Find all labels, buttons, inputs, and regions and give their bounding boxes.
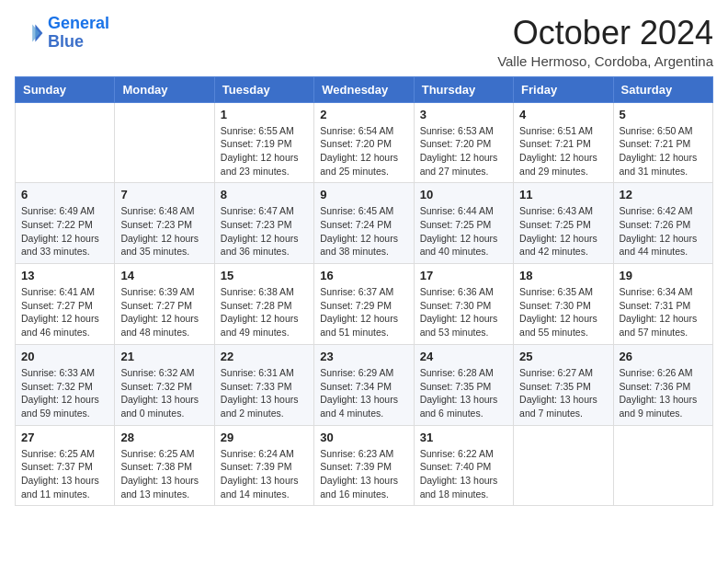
calendar-cell: 10Sunrise: 6:44 AMSunset: 7:25 PMDayligh… — [414, 183, 513, 264]
day-info: Sunrise: 6:41 AMSunset: 7:27 PMDaylight:… — [21, 285, 108, 339]
weekday-header-wednesday: Wednesday — [314, 76, 414, 102]
month-title: October 2024 — [497, 15, 713, 52]
day-number: 31 — [420, 431, 507, 444]
day-info: Sunrise: 6:36 AMSunset: 7:30 PMDaylight:… — [420, 285, 507, 339]
day-info: Sunrise: 6:49 AMSunset: 7:22 PMDaylight:… — [21, 204, 108, 259]
calendar-week-5: 27Sunrise: 6:25 AMSunset: 7:37 PMDayligh… — [16, 425, 713, 506]
calendar-cell: 16Sunrise: 6:37 AMSunset: 7:29 PMDayligh… — [314, 264, 414, 345]
calendar-cell: 23Sunrise: 6:29 AMSunset: 7:34 PMDayligh… — [314, 344, 414, 425]
day-number: 5 — [620, 108, 707, 121]
title-block: October 2024 Valle Hermoso, Cordoba, Arg… — [497, 15, 713, 69]
weekday-header-sunday: Sunday — [16, 76, 115, 102]
calendar-cell — [613, 425, 712, 506]
calendar-cell: 4Sunrise: 6:51 AMSunset: 7:21 PMDaylight… — [514, 102, 613, 183]
calendar-table: SundayMondayTuesdayWednesdayThursdayFrid… — [15, 76, 713, 507]
day-number: 21 — [120, 350, 208, 363]
day-number: 12 — [620, 188, 707, 201]
day-number: 1 — [221, 108, 308, 121]
day-number: 9 — [320, 188, 407, 201]
day-info: Sunrise: 6:24 AMSunset: 7:39 PMDaylight:… — [221, 447, 308, 501]
calendar-cell: 26Sunrise: 6:26 AMSunset: 7:36 PMDayligh… — [613, 344, 712, 425]
day-info: Sunrise: 6:51 AMSunset: 7:21 PMDaylight:… — [519, 124, 607, 178]
day-number: 17 — [420, 269, 507, 282]
calendar-cell: 18Sunrise: 6:35 AMSunset: 7:30 PMDayligh… — [514, 264, 613, 345]
day-number: 7 — [120, 188, 208, 201]
calendar-cell: 22Sunrise: 6:31 AMSunset: 7:33 PMDayligh… — [214, 344, 313, 425]
page-header: General Blue October 2024 Valle Hermoso,… — [15, 15, 713, 69]
logo-icon — [15, 18, 44, 48]
calendar-cell: 30Sunrise: 6:23 AMSunset: 7:39 PMDayligh… — [314, 425, 414, 506]
day-info: Sunrise: 6:22 AMSunset: 7:40 PMDaylight:… — [420, 447, 507, 501]
calendar-cell: 20Sunrise: 6:33 AMSunset: 7:32 PMDayligh… — [16, 344, 115, 425]
day-number: 25 — [519, 350, 607, 363]
calendar-cell — [16, 102, 115, 183]
day-number: 2 — [320, 108, 407, 121]
day-info: Sunrise: 6:25 AMSunset: 7:37 PMDaylight:… — [21, 447, 108, 501]
day-number: 30 — [320, 431, 407, 444]
day-info: Sunrise: 6:32 AMSunset: 7:32 PMDaylight:… — [120, 366, 208, 420]
day-number: 16 — [320, 269, 407, 282]
calendar-cell: 29Sunrise: 6:24 AMSunset: 7:39 PMDayligh… — [214, 425, 313, 506]
day-number: 18 — [519, 269, 607, 282]
logo-line2: Blue — [48, 33, 109, 52]
day-number: 24 — [420, 350, 507, 363]
weekday-header-thursday: Thursday — [414, 76, 513, 102]
day-number: 3 — [420, 108, 507, 121]
calendar-cell: 14Sunrise: 6:39 AMSunset: 7:27 PMDayligh… — [115, 264, 214, 345]
calendar-cell: 25Sunrise: 6:27 AMSunset: 7:35 PMDayligh… — [514, 344, 613, 425]
calendar-cell: 28Sunrise: 6:25 AMSunset: 7:38 PMDayligh… — [115, 425, 214, 506]
day-info: Sunrise: 6:44 AMSunset: 7:25 PMDaylight:… — [420, 204, 507, 259]
calendar-cell: 24Sunrise: 6:28 AMSunset: 7:35 PMDayligh… — [414, 344, 513, 425]
day-info: Sunrise: 6:43 AMSunset: 7:25 PMDaylight:… — [519, 204, 607, 259]
day-info: Sunrise: 6:23 AMSunset: 7:39 PMDaylight:… — [320, 447, 407, 501]
calendar-cell: 3Sunrise: 6:53 AMSunset: 7:20 PMDaylight… — [414, 102, 513, 183]
day-info: Sunrise: 6:38 AMSunset: 7:28 PMDaylight:… — [221, 285, 308, 339]
weekday-header-monday: Monday — [115, 76, 214, 102]
day-info: Sunrise: 6:42 AMSunset: 7:26 PMDaylight:… — [620, 204, 707, 259]
calendar-cell: 12Sunrise: 6:42 AMSunset: 7:26 PMDayligh… — [613, 183, 712, 264]
day-number: 29 — [221, 431, 308, 444]
day-info: Sunrise: 6:28 AMSunset: 7:35 PMDaylight:… — [420, 366, 507, 420]
weekday-header-friday: Friday — [514, 76, 613, 102]
calendar-cell: 11Sunrise: 6:43 AMSunset: 7:25 PMDayligh… — [514, 183, 613, 264]
day-info: Sunrise: 6:31 AMSunset: 7:33 PMDaylight:… — [221, 366, 308, 420]
calendar-cell: 6Sunrise: 6:49 AMSunset: 7:22 PMDaylight… — [16, 183, 115, 264]
calendar-cell: 21Sunrise: 6:32 AMSunset: 7:32 PMDayligh… — [115, 344, 214, 425]
calendar-cell: 8Sunrise: 6:47 AMSunset: 7:23 PMDaylight… — [214, 183, 313, 264]
calendar-cell: 27Sunrise: 6:25 AMSunset: 7:37 PMDayligh… — [16, 425, 115, 506]
day-number: 14 — [120, 269, 208, 282]
calendar-week-2: 6Sunrise: 6:49 AMSunset: 7:22 PMDaylight… — [16, 183, 713, 264]
location-title: Valle Hermoso, Cordoba, Argentina — [497, 53, 713, 69]
day-number: 6 — [21, 188, 108, 201]
day-info: Sunrise: 6:48 AMSunset: 7:23 PMDaylight:… — [120, 204, 208, 259]
day-info: Sunrise: 6:55 AMSunset: 7:19 PMDaylight:… — [221, 124, 308, 178]
day-number: 13 — [21, 269, 108, 282]
day-number: 22 — [221, 350, 308, 363]
day-info: Sunrise: 6:47 AMSunset: 7:23 PMDaylight:… — [221, 204, 308, 259]
logo-line1: General — [48, 14, 109, 32]
weekday-header-saturday: Saturday — [613, 76, 712, 102]
day-info: Sunrise: 6:29 AMSunset: 7:34 PMDaylight:… — [320, 366, 407, 420]
calendar-cell: 17Sunrise: 6:36 AMSunset: 7:30 PMDayligh… — [414, 264, 513, 345]
day-number: 23 — [320, 350, 407, 363]
calendar-cell: 13Sunrise: 6:41 AMSunset: 7:27 PMDayligh… — [16, 264, 115, 345]
calendar-week-4: 20Sunrise: 6:33 AMSunset: 7:32 PMDayligh… — [16, 344, 713, 425]
calendar-cell — [514, 425, 613, 506]
day-info: Sunrise: 6:54 AMSunset: 7:20 PMDaylight:… — [320, 124, 407, 178]
day-info: Sunrise: 6:27 AMSunset: 7:35 PMDaylight:… — [519, 366, 607, 420]
logo-text: General Blue — [48, 15, 109, 52]
day-info: Sunrise: 6:45 AMSunset: 7:24 PMDaylight:… — [320, 204, 407, 259]
day-info: Sunrise: 6:39 AMSunset: 7:27 PMDaylight:… — [120, 285, 208, 339]
day-info: Sunrise: 6:33 AMSunset: 7:32 PMDaylight:… — [21, 366, 108, 420]
day-number: 8 — [221, 188, 308, 201]
calendar-cell: 7Sunrise: 6:48 AMSunset: 7:23 PMDaylight… — [115, 183, 214, 264]
day-info: Sunrise: 6:34 AMSunset: 7:31 PMDaylight:… — [620, 285, 707, 339]
logo: General Blue — [15, 15, 109, 52]
calendar-cell: 19Sunrise: 6:34 AMSunset: 7:31 PMDayligh… — [613, 264, 712, 345]
calendar-week-3: 13Sunrise: 6:41 AMSunset: 7:27 PMDayligh… — [16, 264, 713, 345]
calendar-cell: 2Sunrise: 6:54 AMSunset: 7:20 PMDaylight… — [314, 102, 414, 183]
weekday-header-tuesday: Tuesday — [214, 76, 313, 102]
day-info: Sunrise: 6:50 AMSunset: 7:21 PMDaylight:… — [620, 124, 707, 178]
day-number: 10 — [420, 188, 507, 201]
day-number: 28 — [120, 431, 208, 444]
